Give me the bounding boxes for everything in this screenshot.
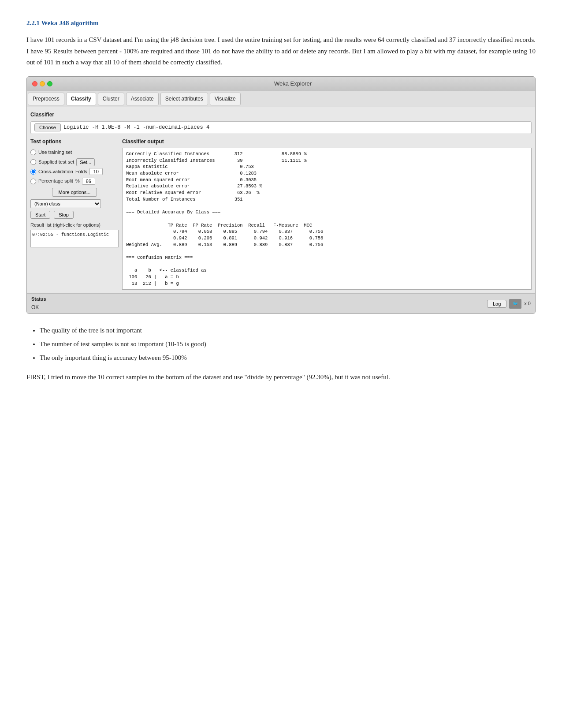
result-list-item[interactable]: 07:02:55 - functions.Logistic (32, 231, 117, 239)
menu-select-attributes[interactable]: Select attributes (160, 93, 208, 105)
radio-input-cross-validation[interactable] (30, 169, 36, 175)
classifier-row: Choose Logistic -R 1.0E-8 -M -1 -num-dec… (30, 121, 532, 134)
two-column-layout: Test options Use training set Supplied t… (30, 138, 532, 290)
status-label: Status (31, 295, 46, 303)
choose-button[interactable]: Choose (34, 123, 61, 131)
radio-input-use-training[interactable] (30, 149, 36, 155)
status-text: OK (31, 303, 46, 312)
class-dropdown-row: (Nom) class (30, 199, 119, 208)
body-paragraph-2: FIRST, I tried to move the 10 correct sa… (26, 372, 536, 383)
start-stop-row: Start Stop (30, 211, 119, 219)
right-panel: Classifier output Correctly Classified I… (122, 138, 532, 290)
radio-label-cross-validation: Cross-validation (38, 168, 73, 176)
bullet-item-1: The quality of the tree is not important (40, 325, 536, 336)
classifier-output-label: Classifier output (122, 138, 532, 146)
classifier-text: Logistic -R 1.0E-8 -M -1 -num-decimal-pl… (63, 123, 209, 132)
weka-explorer-window: Weka Explorer Preprocess Classify Cluste… (26, 76, 536, 314)
result-list-label: Result list (right-click for options) (30, 221, 119, 229)
bullet-item-2: The number of test samples is not so imp… (40, 338, 536, 350)
weka-menubar: Preprocess Classify Cluster Associate Se… (27, 91, 535, 107)
folds-label: Folds (75, 168, 87, 176)
more-options-button[interactable]: More options... (52, 188, 97, 197)
menu-preprocess[interactable]: Preprocess (28, 93, 64, 105)
menu-cluster[interactable]: Cluster (98, 93, 124, 105)
radio-supplied-test-set[interactable]: Supplied test set Set... (30, 158, 119, 166)
percentage-input[interactable] (82, 178, 95, 185)
traffic-lights (32, 81, 52, 86)
weka-titlebar: Weka Explorer (27, 77, 535, 92)
menu-classify[interactable]: Classify (66, 93, 96, 105)
maximize-button-icon[interactable] (47, 81, 52, 86)
folds-input[interactable] (89, 168, 103, 175)
classifier-label: Classifier (30, 111, 532, 119)
percent-sign: % (75, 177, 80, 185)
start-button[interactable]: Start (30, 211, 50, 219)
window-title: Weka Explorer (56, 79, 530, 89)
result-list[interactable]: 07:02:55 - functions.Logistic (30, 230, 119, 247)
x0-label: x 0 (524, 300, 531, 308)
left-panel: Test options Use training set Supplied t… (30, 138, 119, 290)
radio-label-supplied-test: Supplied test set (38, 158, 74, 166)
radio-input-supplied-test[interactable] (30, 159, 36, 165)
bullet-list: The quality of the tree is not important… (40, 325, 536, 364)
status-section: Status OK (31, 295, 46, 312)
menu-associate[interactable]: Associate (126, 93, 159, 105)
section-heading: 2.2.1 Weka J48 algorithm (26, 18, 536, 28)
status-right: Log 🐦 x 0 (487, 299, 531, 309)
menu-visualize[interactable]: Visualize (210, 93, 241, 105)
radio-use-training-set[interactable]: Use training set (30, 149, 119, 157)
weka-bird-icon: 🐦 (509, 299, 521, 309)
class-dropdown[interactable]: (Nom) class (30, 199, 101, 208)
close-button-icon[interactable] (32, 81, 37, 86)
weka-body: Classifier Choose Logistic -R 1.0E-8 -M … (27, 107, 535, 293)
radio-input-percentage-split[interactable] (30, 179, 36, 184)
radio-percentage-split[interactable]: Percentage split % (30, 177, 119, 185)
radio-group: Use training set Supplied test set Set..… (30, 149, 119, 185)
classifier-output-box[interactable]: Correctly Classified Instances 312 88.88… (123, 148, 531, 289)
test-options-label: Test options (30, 138, 119, 146)
classifier-output-scroll-area: Correctly Classified Instances 312 88.88… (122, 148, 532, 290)
radio-label-percentage-split: Percentage split (38, 177, 73, 185)
radio-cross-validation[interactable]: Cross-validation Folds (30, 168, 119, 176)
minimize-button-icon[interactable] (40, 81, 45, 86)
bullet-item-3: The only important thing is accuracy bet… (40, 352, 536, 364)
log-button[interactable]: Log (487, 300, 506, 308)
body-paragraph-1: I have 101 records in a CSV dataset and … (26, 34, 536, 68)
set-button[interactable]: Set... (76, 158, 95, 166)
weka-status-bar: Status OK Log 🐦 x 0 (27, 293, 535, 314)
radio-label-use-training: Use training set (38, 149, 72, 157)
stop-button[interactable]: Stop (54, 211, 74, 219)
